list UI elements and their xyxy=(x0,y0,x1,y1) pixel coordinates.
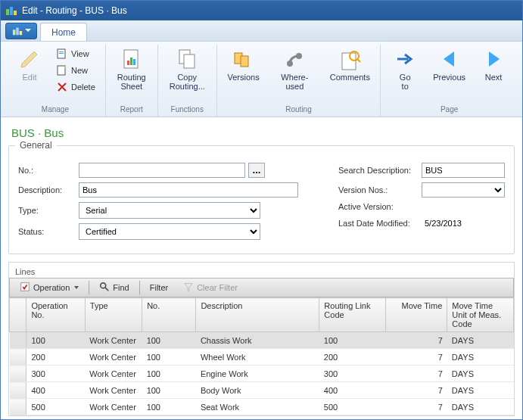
copy-icon xyxy=(175,47,199,71)
general-legend: General xyxy=(15,140,57,151)
cell-op[interactable]: 500 xyxy=(26,399,85,415)
cell-no[interactable]: 100 xyxy=(142,382,196,399)
cell-rlc[interactable]: 300 xyxy=(319,366,386,382)
cell-mt[interactable]: 7 xyxy=(385,366,447,382)
type-select[interactable]: Serial xyxy=(79,202,260,219)
cell-type[interactable]: Work Center xyxy=(85,382,142,399)
view-button[interactable]: View xyxy=(52,46,99,61)
table-row[interactable]: 100Work Center100Chassis Work1007DAYS xyxy=(10,332,514,349)
group-label-report: Report xyxy=(120,104,143,117)
lines-grid[interactable]: Operation No. Type No. Description Routi… xyxy=(9,297,514,415)
cell-rlc[interactable]: 400 xyxy=(319,382,386,399)
cell-no[interactable]: 100 xyxy=(142,349,196,366)
cell-mt[interactable]: 7 xyxy=(385,399,447,415)
filter-button[interactable]: Filter xyxy=(143,281,175,294)
cell-desc[interactable]: Body Work xyxy=(196,382,319,399)
col-no[interactable]: No. xyxy=(142,298,196,332)
page-title: BUS · Bus xyxy=(1,117,522,145)
svg-marker-29 xyxy=(185,284,193,291)
svg-rect-14 xyxy=(133,59,135,65)
delete-button[interactable]: Delete xyxy=(52,79,99,95)
new-button[interactable]: New xyxy=(52,63,99,78)
table-row[interactable]: 500Work Center100Seat Work5007DAYS xyxy=(10,399,514,415)
app-icon xyxy=(5,5,17,17)
comments-button[interactable]: Comments xyxy=(325,45,374,84)
title-bar: Edit - Routing - BUS · Bus xyxy=(1,1,522,20)
cell-op[interactable]: 300 xyxy=(26,366,85,382)
cell-op[interactable]: 400 xyxy=(26,382,85,399)
edit-button[interactable]: Edit xyxy=(11,45,48,84)
cell-op[interactable]: 100 xyxy=(26,332,85,349)
previous-button[interactable]: Previous xyxy=(428,45,471,84)
cell-desc[interactable]: Engine Work xyxy=(196,366,319,382)
copy-routing-button[interactable]: Copy Routing... xyxy=(164,45,210,93)
cell-desc[interactable]: Chassis Work xyxy=(196,332,319,349)
cell-type[interactable]: Work Center xyxy=(85,349,142,366)
view-icon xyxy=(56,48,68,60)
goto-button[interactable]: Go to xyxy=(387,45,423,93)
label-description: Description: xyxy=(18,185,79,194)
version-nos-select[interactable] xyxy=(422,182,505,198)
where-used-button[interactable]: Where-used xyxy=(268,45,321,93)
col-move-time-uom[interactable]: Move Time Unit of Meas. Code xyxy=(447,298,514,332)
table-row[interactable]: 300Work Center100Engine Work3007DAYS xyxy=(10,366,514,382)
versions-label: Versions xyxy=(227,73,259,82)
cell-rlc[interactable]: 500 xyxy=(319,399,386,415)
col-description[interactable]: Description xyxy=(196,298,319,332)
svg-point-27 xyxy=(101,283,106,288)
separator xyxy=(89,281,89,294)
no-field[interactable] xyxy=(79,163,245,178)
group-label-manage: Manage xyxy=(42,104,69,117)
separator xyxy=(139,281,140,294)
cell-mu[interactable]: DAYS xyxy=(447,399,514,415)
cell-rlc[interactable]: 200 xyxy=(319,349,386,366)
cell-no[interactable]: 100 xyxy=(142,399,196,415)
cell-mu[interactable]: DAYS xyxy=(447,366,514,382)
svg-line-28 xyxy=(105,288,108,291)
row-header[interactable] xyxy=(10,332,26,349)
cell-rlc[interactable]: 100 xyxy=(319,332,386,349)
col-type[interactable]: Type xyxy=(85,298,142,332)
search-description-field[interactable] xyxy=(422,163,505,178)
row-header[interactable] xyxy=(10,399,26,415)
col-move-time[interactable]: Move Time xyxy=(385,298,447,332)
routing-sheet-button[interactable]: Routing Sheet xyxy=(112,45,151,93)
status-select[interactable]: Certified xyxy=(79,223,260,240)
cell-type[interactable]: Work Center xyxy=(85,332,142,349)
row-header[interactable] xyxy=(10,382,26,399)
find-button[interactable]: Find xyxy=(92,279,135,296)
cell-mt[interactable]: 7 xyxy=(385,349,447,366)
cell-mt[interactable]: 7 xyxy=(385,332,447,349)
app-menu-button[interactable] xyxy=(5,23,37,39)
cell-type[interactable]: Work Center xyxy=(85,366,142,382)
cell-mu[interactable]: DAYS xyxy=(447,332,514,349)
filter-label: Filter xyxy=(150,283,168,292)
versions-button[interactable]: Versions xyxy=(223,45,264,84)
cell-no[interactable]: 100 xyxy=(142,366,196,382)
col-operation-no[interactable]: Operation No. xyxy=(26,298,85,332)
next-button[interactable]: Next xyxy=(475,45,512,84)
cell-desc[interactable]: Seat Work xyxy=(196,399,319,415)
row-header[interactable] xyxy=(10,366,26,382)
row-header[interactable] xyxy=(10,349,26,366)
operation-menu-button[interactable]: Operation xyxy=(13,279,86,296)
cell-desc[interactable]: Wheel Work xyxy=(196,349,319,366)
label-active-version: Active Version: xyxy=(338,202,422,211)
cell-op[interactable]: 200 xyxy=(26,349,85,366)
table-row[interactable]: 200Work Center100Wheel Work2007DAYS xyxy=(10,349,514,366)
label-last-modified: Last Date Modified: xyxy=(338,219,422,228)
cell-mt[interactable]: 7 xyxy=(385,382,447,399)
cell-type[interactable]: Work Center xyxy=(85,399,142,415)
no-lookup-button[interactable]: ... xyxy=(248,163,265,178)
cell-mu[interactable]: DAYS xyxy=(447,349,514,366)
last-modified-field xyxy=(422,216,505,231)
cell-no[interactable]: 100 xyxy=(142,332,196,349)
cell-mu[interactable]: DAYS xyxy=(447,382,514,399)
tab-home[interactable]: Home xyxy=(40,23,87,41)
table-row[interactable]: 400Work Center100Body Work4007DAYS xyxy=(10,382,514,399)
description-field[interactable] xyxy=(79,182,298,198)
col-routing-link[interactable]: Routing Link Code xyxy=(319,298,386,332)
clear-filter-button[interactable]: Clear Filter xyxy=(176,279,244,296)
group-label-page: Page xyxy=(441,104,458,117)
row-header-col[interactable] xyxy=(10,298,26,332)
